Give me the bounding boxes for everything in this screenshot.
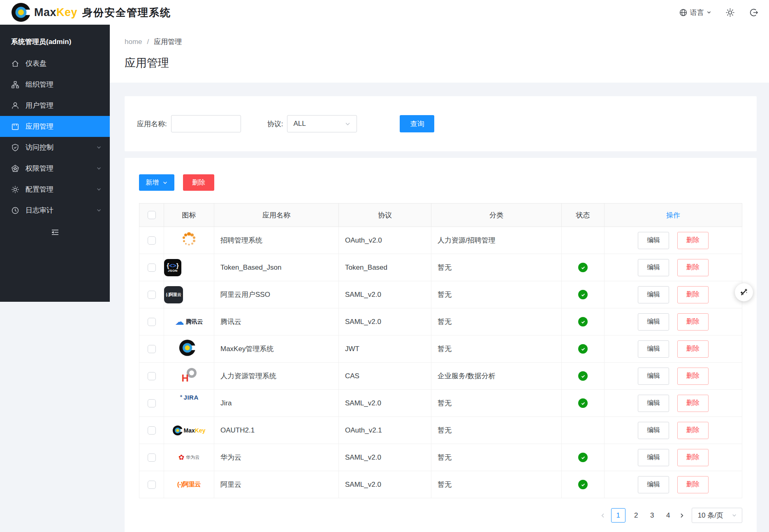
delete-button[interactable]: 删除 [677,313,709,331]
chevron-right-icon [679,513,685,518]
delete-button[interactable]: 删除 [677,232,709,249]
col-category: 分类 [431,204,562,227]
app-name: MaxKey管理系统 [214,335,339,363]
app-name-input[interactable] [171,115,241,132]
edit-button[interactable]: 编辑 [638,313,669,331]
delete-button[interactable]: 删除 [677,340,709,358]
search-panel: 应用名称: 协议: ALL 查询 [125,96,757,151]
row-checkbox[interactable] [148,318,156,326]
huawei-cloud-app-icon: ✿ 华为云 [164,448,214,467]
logout-button[interactable] [749,8,758,17]
delete-button[interactable]: 删除 [677,286,709,303]
delete-button[interactable]: 删除 [677,368,709,385]
sidebar-item-applications[interactable]: 应用管理 [0,116,110,137]
pagination: 1 2 3 4 10 条/页 [139,508,742,523]
page-2-button[interactable]: 2 [631,511,642,520]
table-row: (-)阿里云 阿里云 SAML_v2.0 暂无 编辑 删除 [139,471,742,498]
appstore-icon [11,123,19,131]
sidebar-item-configuration[interactable]: 配置管理 [0,179,110,200]
delete-button[interactable]: 删除 [677,422,709,439]
app-category: 企业服务/数据分析 [431,363,562,390]
status-active-icon [578,263,588,272]
sidebar-item-users[interactable]: 用户管理 [0,95,110,116]
page-4-button[interactable]: 4 [663,511,674,520]
page-title: 应用管理 [125,56,769,70]
sidebar-item-audit-log[interactable]: 日志审计 [0,200,110,221]
edit-button[interactable]: 编辑 [638,422,669,439]
search-button[interactable]: 查询 [400,115,434,132]
app-category: 暂无 [431,335,562,363]
edit-button[interactable]: 编辑 [638,340,669,358]
row-checkbox[interactable] [148,236,156,245]
col-protocol: 协议 [339,204,431,227]
magic-wand-icon [739,287,749,297]
app-name: 腾讯云 [214,308,339,335]
app-category: 暂无 [431,471,562,498]
row-checkbox[interactable] [148,453,156,462]
row-checkbox[interactable] [148,426,156,435]
delete-button[interactable]: 删除 [677,449,709,466]
edit-button[interactable]: 编辑 [638,395,669,412]
protocol-select[interactable]: ALL [287,115,357,132]
page-1-button[interactable]: 1 [611,508,625,523]
col-app-name: 应用名称 [214,204,339,227]
app-protocol: CAS [339,363,431,390]
sidebar-collapse-button[interactable] [50,227,60,237]
app-protocol: SAML_v2.0 [339,390,431,417]
page-prev-button[interactable] [600,513,606,518]
shield-check-icon [11,143,19,152]
sidebar-item-permissions[interactable]: 权限管理 [0,158,110,179]
theme-tool-button[interactable] [735,283,753,301]
page-3-button[interactable]: 3 [647,511,658,520]
app-protocol: SAML_v2.0 [339,471,431,498]
delete-button[interactable]: 删除 [677,259,709,276]
edit-button[interactable]: 编辑 [638,286,669,303]
app-status [562,444,605,471]
table-row: H 人力资源管理系统 CAS 企业服务/数据分析 编辑 删除 [139,363,742,390]
row-checkbox[interactable] [148,399,156,407]
edit-button[interactable]: 编辑 [638,368,669,385]
chevron-down-icon [162,180,168,185]
sidebar-item-access-control[interactable]: 访问控制 [0,137,110,158]
app-protocol: SAML_v2.0 [339,281,431,308]
sidebar-item-organization[interactable]: 组织管理 [0,74,110,95]
app-category: 暂无 [431,417,562,444]
select-all-checkbox[interactable] [148,211,156,219]
row-checkbox[interactable] [148,372,156,380]
jira-app-icon: ✶JIRA [164,394,214,413]
edit-button[interactable]: 编辑 [638,259,669,276]
app-category: 暂无 [431,308,562,335]
chevron-down-icon [96,166,102,171]
add-button[interactable]: 新增 [139,174,174,191]
breadcrumb-home-link[interactable]: home [125,38,142,46]
status-active-icon [578,371,588,381]
maxkey-app-icon [179,340,199,356]
delete-button[interactable]: 删除 [677,476,709,493]
maxkey-logo-icon [12,3,30,22]
page-size-select[interactable]: 10 条/页 [692,508,742,523]
edit-button[interactable]: 编辑 [638,449,669,466]
globe-icon [679,8,688,17]
page-next-button[interactable] [679,513,685,518]
row-checkbox[interactable] [148,481,156,489]
row-checkbox[interactable] [148,264,156,272]
table-row: MaxKey OAUTH2.1 OAuth_v2.1 暂无 编辑 删除 [139,417,742,444]
cloud-icon: ☁ [175,317,184,326]
logout-icon [749,8,758,17]
huawei-flower-icon: ✿ [178,454,184,461]
edit-button[interactable]: 编辑 [638,476,669,493]
bulk-delete-button[interactable]: 删除 [183,174,214,191]
tencent-cloud-app-icon: ☁ 腾讯云 [164,312,214,331]
app-protocol: Token_Based [339,254,431,281]
settings-button[interactable] [725,8,735,17]
delete-button[interactable]: 删除 [677,395,709,412]
sidebar-item-dashboard[interactable]: 仪表盘 [0,53,110,74]
language-menu[interactable]: 语言 [679,8,711,17]
chevron-down-icon [732,513,737,518]
edit-button[interactable]: 编辑 [638,232,669,249]
app-name-label: 应用名称: [137,119,167,129]
top-bar: MaxKey 身份安全管理系统 语言 [0,0,769,25]
table-header-row: 图标 应用名称 协议 分类 状态 操作 [139,204,742,227]
row-checkbox[interactable] [148,291,156,299]
row-checkbox[interactable] [148,345,156,353]
